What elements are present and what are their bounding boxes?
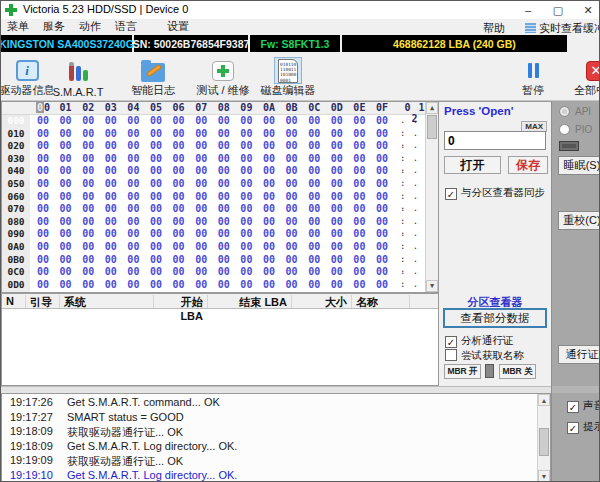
hex-byte-cell[interactable]: 00 — [258, 115, 280, 126]
hex-byte-cell[interactable]: 00 — [303, 128, 325, 139]
hex-byte-cell[interactable]: 00 — [326, 266, 348, 277]
hex-byte-cell[interactable]: 00 — [145, 216, 167, 227]
hex-byte-cell[interactable]: 00 — [145, 178, 167, 189]
hex-byte-cell[interactable]: 00 — [122, 279, 144, 290]
hex-byte-cell[interactable]: 00 — [303, 228, 325, 239]
hex-byte-cell[interactable]: 00 — [303, 216, 325, 227]
hex-byte-cell[interactable]: 00 — [348, 216, 370, 227]
hex-byte-cell[interactable]: 00 — [145, 241, 167, 252]
hex-byte-cell[interactable]: 00 — [77, 254, 99, 265]
hex-byte-cell[interactable]: 00 — [326, 115, 348, 126]
hex-byte-cell[interactable]: 00 — [258, 178, 280, 189]
hex-byte-cell[interactable]: 00 — [190, 279, 212, 290]
hex-byte-cell[interactable]: 00 — [168, 128, 190, 139]
hex-byte-cell[interactable]: 00 — [55, 228, 77, 239]
hex-byte-cell[interactable]: 00 — [77, 191, 99, 202]
hex-byte-cell[interactable]: 00 — [145, 165, 167, 176]
hex-byte-cell[interactable]: 00 — [168, 203, 190, 214]
hex-byte-cell[interactable]: 00 — [371, 165, 393, 176]
hex-byte-cell[interactable]: 00 — [77, 266, 99, 277]
hex-byte-cell[interactable]: 00 — [122, 191, 144, 202]
hex-byte-cell[interactable]: 00 — [190, 165, 212, 176]
scroll-down-icon[interactable]: ▼ — [538, 470, 550, 482]
hex-byte-cell[interactable]: 00 — [168, 266, 190, 277]
hex-byte-cell[interactable]: 00 — [348, 254, 370, 265]
hex-byte-cell[interactable]: 00 — [326, 128, 348, 139]
sound-checkbox[interactable]: ✓声音 — [567, 399, 600, 413]
menu-item[interactable]: 服务 — [43, 19, 65, 34]
analyze-pass-checkbox[interactable]: ✓分析通行证 — [445, 334, 514, 348]
menu-item[interactable]: 动作 — [79, 19, 101, 34]
hex-byte-cell[interactable]: 00 — [235, 228, 257, 239]
hex-byte-cell[interactable]: 00 — [32, 216, 54, 227]
hex-byte-cell[interactable]: 00 — [371, 191, 393, 202]
hex-byte-cell[interactable]: 00 — [145, 203, 167, 214]
hex-byte-cell[interactable]: 00 — [213, 115, 235, 126]
hex-byte-cell[interactable]: 00 — [303, 254, 325, 265]
hex-byte-cell[interactable]: 00 — [326, 203, 348, 214]
hex-byte-cell[interactable]: 00 — [168, 140, 190, 151]
get-names-checkbox[interactable]: 尝试获取名称 — [445, 349, 524, 363]
hex-byte-cell[interactable]: 00 — [190, 128, 212, 139]
table-column-header[interactable]: 大小 — [292, 295, 352, 308]
hex-byte-cell[interactable]: 00 — [190, 153, 212, 164]
hex-byte-cell[interactable]: 00 — [213, 191, 235, 202]
hex-byte-cell[interactable]: 00 — [213, 165, 235, 176]
hex-byte-cell[interactable]: 00 — [145, 254, 167, 265]
hex-byte-cell[interactable]: 00 — [281, 140, 303, 151]
hex-byte-cell[interactable]: 00 — [77, 203, 99, 214]
toolbar-button-smart[interactable]: S.M.A.R.T — [46, 54, 110, 100]
hex-row[interactable]: 0D000000000000000000000000000000000. . . — [2, 279, 426, 292]
hex-byte-cell[interactable]: 00 — [371, 115, 393, 126]
table-column-header[interactable]: 名称 — [352, 295, 410, 308]
hex-byte-cell[interactable]: 00 — [235, 128, 257, 139]
hex-byte-cell[interactable]: 00 — [213, 279, 235, 290]
scrollbar-thumb[interactable] — [427, 115, 437, 139]
hex-byte-cell[interactable]: 00 — [281, 216, 303, 227]
hex-byte-cell[interactable]: 00 — [145, 191, 167, 202]
hex-byte-cell[interactable]: 00 — [100, 191, 122, 202]
hex-byte-cell[interactable]: 00 — [303, 203, 325, 214]
hex-row[interactable]: 09000000000000000000000000000000000. . . — [2, 228, 426, 241]
hex-byte-cell[interactable]: 00 — [326, 254, 348, 265]
menu-item-view-buffer[interactable]: 实时查看缓冲区 — [525, 21, 600, 36]
hex-byte-cell[interactable]: 00 — [122, 140, 144, 151]
hex-byte-cell[interactable]: 00 — [145, 140, 167, 151]
hex-byte-cell[interactable]: 00 — [145, 228, 167, 239]
hex-byte-cell[interactable]: 00 — [258, 228, 280, 239]
hex-byte-cell[interactable]: 00 — [32, 254, 54, 265]
hex-byte-cell[interactable]: 00 — [168, 241, 190, 252]
hex-byte-cell[interactable]: 00 — [168, 178, 190, 189]
log-scrollbar[interactable]: ▲ ▼ — [537, 394, 550, 482]
hex-byte-cell[interactable]: 00 — [77, 153, 99, 164]
hex-byte-cell[interactable]: 00 — [100, 140, 122, 151]
hex-byte-cell[interactable]: 00 — [77, 165, 99, 176]
hex-byte-cell[interactable]: 00 — [55, 165, 77, 176]
hex-byte-cell[interactable]: 00 — [348, 266, 370, 277]
hex-byte-cell[interactable]: 00 — [168, 191, 190, 202]
hex-byte-cell[interactable]: 00 — [55, 191, 77, 202]
hint-checkbox[interactable]: ✓提示 — [567, 420, 600, 434]
hex-byte-cell[interactable]: 00 — [348, 153, 370, 164]
api-radio[interactable] — [559, 106, 570, 117]
hex-byte-cell[interactable]: 00 — [100, 279, 122, 290]
hex-byte-cell[interactable]: 00 — [371, 241, 393, 252]
toolbar-button-abort-all[interactable]: ✕ 全部中断 — [564, 54, 600, 100]
hex-row[interactable]: 02000000000000000000000000000000000. . . — [2, 140, 426, 153]
hex-byte-cell[interactable]: 00 — [371, 254, 393, 265]
hex-row[interactable]: 0A000000000000000000000000000000000. . . — [2, 241, 426, 254]
hex-byte-cell[interactable]: 00 — [348, 165, 370, 176]
hex-byte-cell[interactable]: 00 — [213, 254, 235, 265]
hex-byte-cell[interactable]: 00 — [258, 241, 280, 252]
hex-byte-cell[interactable]: 00 — [100, 266, 122, 277]
hex-byte-cell[interactable]: 00 — [348, 178, 370, 189]
hex-byte-cell[interactable]: 00 — [326, 178, 348, 189]
hex-byte-cell[interactable]: 00 — [235, 115, 257, 126]
hex-byte-cell[interactable]: 00 — [32, 178, 54, 189]
hex-byte-cell[interactable]: 00 — [235, 254, 257, 265]
minimize-button[interactable]: – — [517, 2, 539, 18]
hex-byte-cell[interactable]: 00 — [168, 216, 190, 227]
hex-byte-cell[interactable]: 00 — [55, 279, 77, 290]
hex-byte-cell[interactable]: 00 — [303, 153, 325, 164]
hex-byte-cell[interactable]: 00 — [77, 115, 99, 126]
